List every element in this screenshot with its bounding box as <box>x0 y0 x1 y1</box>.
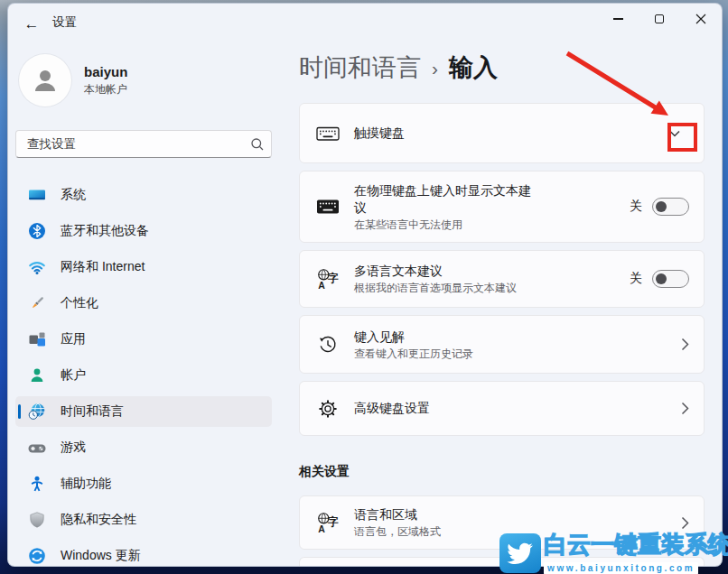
card-title: 多语言文本建议 <box>354 263 517 280</box>
person-icon <box>30 65 61 96</box>
sidebar-item-bluetooth[interactable]: 蓝牙和其他设备 <box>15 216 272 246</box>
sidebar-item-label: 时间和语言 <box>61 403 124 420</box>
sidebar-item-label: 游戏 <box>61 440 86 456</box>
svg-text:A: A <box>318 523 325 533</box>
language-region-icon: 字 A <box>316 512 340 533</box>
minimize-icon <box>613 18 623 19</box>
physical-keyboard-icon <box>316 199 340 215</box>
breadcrumb-separator: › <box>432 56 438 79</box>
related-settings-header: 相关设置 <box>299 462 350 480</box>
card-description: 在某些语言中无法使用 <box>354 218 535 232</box>
breadcrumb: 时间和语言 › 输入 <box>299 49 498 87</box>
chevron-right-icon <box>681 402 689 415</box>
sidebar-item-label: 系统 <box>61 187 86 203</box>
card-partial-next <box>299 557 705 567</box>
sidebar-item-gaming[interactable]: 游戏 <box>15 432 272 463</box>
sidebar-item-label: Windows 更新 <box>61 548 141 564</box>
chevron-down-icon <box>668 129 681 138</box>
touch-keyboard-expand-button[interactable] <box>660 119 689 148</box>
user-account-type: 本地帐户 <box>84 82 127 97</box>
svg-text:字: 字 <box>328 515 339 528</box>
multilingual-icon: 字 A <box>316 268 340 290</box>
settings-window: ← 设置 baiyun 本地帐户 <box>7 3 723 567</box>
minimize-button[interactable] <box>597 4 639 34</box>
gaming-icon <box>28 439 46 457</box>
privacy-icon <box>28 511 46 529</box>
card-description: 查看键入和更正历史记录 <box>354 347 473 361</box>
search-input[interactable] <box>16 137 244 151</box>
breadcrumb-parent[interactable]: 时间和语言 <box>299 51 421 84</box>
card-language-region[interactable]: 字 A 语言和区域 语言包，区域格式 <box>299 495 705 550</box>
sidebar-item-apps[interactable]: 应用 <box>15 324 272 355</box>
user-block[interactable]: baiyun 本地帐户 <box>19 51 281 109</box>
search-icon <box>244 137 271 152</box>
touch-keyboard-icon <box>316 124 340 144</box>
sidebar-item-label: 网络和 Internet <box>61 259 145 275</box>
page-title: 输入 <box>449 51 498 84</box>
sidebar-nav: 系统 蓝牙和其他设备 网络和 Internet <box>15 180 272 567</box>
sidebar-item-personalization[interactable]: 个性化 <box>15 288 272 319</box>
card-multilingual-suggestions: 字 A 多语言文本建议 根据我的语言首选项显示文本建议 关 <box>299 250 705 308</box>
card-hardware-suggestions: 在物理键盘上键入时显示文本建议 在某些语言中无法使用 关 <box>299 171 705 243</box>
sidebar-item-label: 个性化 <box>61 295 98 311</box>
bluetooth-icon <box>28 222 46 240</box>
desktop: ← 设置 baiyun 本地帐户 <box>0 0 728 574</box>
hardware-suggestions-toggle[interactable] <box>652 198 689 216</box>
card-typing-insights[interactable]: 键入见解 查看键入和更正历史记录 <box>299 315 705 374</box>
card-advanced-keyboard[interactable]: 高级键盘设置 <box>299 381 705 436</box>
sidebar-item-label: 蓝牙和其他设备 <box>61 223 149 239</box>
card-description: 语言包，区域格式 <box>354 525 441 539</box>
toggle-knob <box>656 273 667 284</box>
apps-icon <box>28 330 46 348</box>
sidebar-item-label: 辅助功能 <box>61 476 111 492</box>
close-button[interactable] <box>680 4 722 34</box>
sidebar-item-label: 应用 <box>61 331 86 347</box>
card-title: 键入见解 <box>354 329 473 346</box>
card-title: 触摸键盘 <box>354 125 405 142</box>
svg-text:字: 字 <box>328 272 339 284</box>
sidebar-item-label: 帐户 <box>61 367 86 384</box>
sidebar-item-accessibility[interactable]: 辅助功能 <box>15 468 272 499</box>
window-title: 设置 <box>52 4 77 45</box>
accounts-icon <box>28 366 46 384</box>
maximize-icon <box>655 14 664 23</box>
card-title: 语言和区域 <box>354 506 441 523</box>
titlebar: ← 设置 <box>8 4 722 45</box>
back-button[interactable]: ← <box>17 11 46 38</box>
toggle-knob <box>656 201 667 212</box>
close-icon <box>695 14 706 24</box>
avatar <box>19 54 71 106</box>
typing-insights-icon <box>316 334 340 356</box>
network-icon <box>28 258 46 276</box>
sidebar-item-label: 隐私和安全性 <box>61 512 136 528</box>
chevron-right-icon <box>681 516 689 530</box>
card-title: 在物理键盘上键入时显示文本建议 <box>354 182 535 217</box>
sidebar-item-privacy[interactable]: 隐私和安全性 <box>15 505 272 535</box>
card-description: 根据我的语言首选项显示文本建议 <box>354 282 517 295</box>
card-touch-keyboard[interactable]: 触摸键盘 <box>299 103 705 163</box>
accessibility-icon <box>28 475 46 493</box>
personalization-icon <box>28 294 46 312</box>
system-icon <box>28 186 46 204</box>
time-language-icon <box>28 403 46 421</box>
sidebar-item-accounts[interactable]: 帐户 <box>15 360 272 391</box>
windows-update-icon <box>28 547 46 565</box>
search-box <box>15 130 272 158</box>
sidebar-item-system[interactable]: 系统 <box>15 180 272 210</box>
sidebar-item-time-language[interactable]: 时间和语言 <box>15 396 272 427</box>
selected-indicator <box>18 404 21 419</box>
multilingual-suggestions-toggle[interactable] <box>652 270 689 288</box>
toggle-state-label: 关 <box>630 271 642 287</box>
chevron-right-icon <box>681 338 689 351</box>
gear-icon <box>316 398 340 420</box>
sidebar-item-windows-update[interactable]: Windows 更新 <box>15 541 272 567</box>
maximize-button[interactable] <box>639 4 680 34</box>
svg-text:A: A <box>318 280 325 290</box>
user-name: baiyun <box>84 64 127 79</box>
sidebar-item-network[interactable]: 网络和 Internet <box>15 252 272 282</box>
card-title: 高级键盘设置 <box>354 400 430 417</box>
toggle-state-label: 关 <box>630 199 642 215</box>
